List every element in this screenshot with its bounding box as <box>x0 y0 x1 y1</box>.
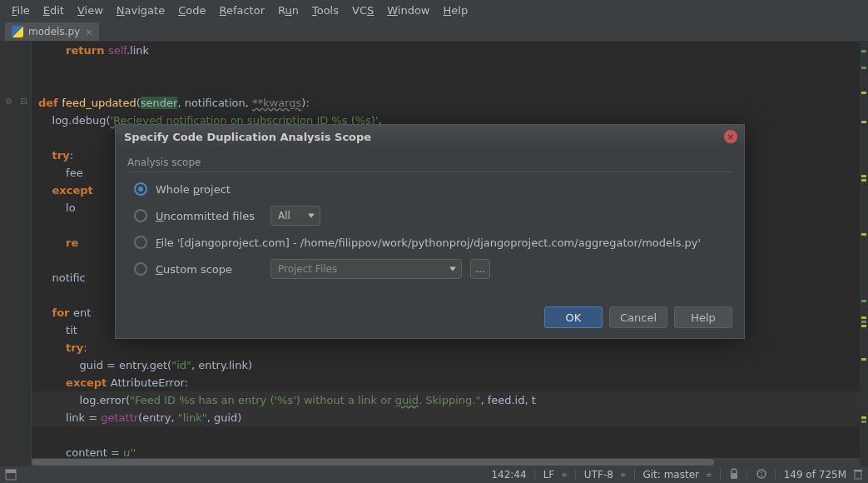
chevron-down-icon <box>308 214 315 218</box>
custom-scope-combo[interactable]: Project Files <box>270 259 462 279</box>
status-bar: 142:44 | LF ≑ | UTF-8 ≑ | Git: master ≑ … <box>0 466 868 483</box>
status-icon <box>5 469 17 481</box>
chevron-down-icon <box>449 267 456 271</box>
code-line[interactable]: link = getattr(entry, "link", guid) <box>32 409 860 426</box>
line-ending[interactable]: LF <box>543 469 555 481</box>
error-stripe-mark[interactable] <box>861 325 866 327</box>
radio-whole-project[interactable] <box>134 182 147 196</box>
svg-rect-7 <box>854 470 862 471</box>
h-scrollbar-thumb[interactable] <box>32 459 714 466</box>
tab-close-icon[interactable]: × <box>85 27 92 37</box>
close-icon[interactable]: × <box>724 130 737 143</box>
group-label: Analysis scope <box>127 157 732 172</box>
menu-edit[interactable]: Edit <box>37 2 71 18</box>
code-line[interactable]: try: <box>32 339 860 356</box>
code-line[interactable] <box>32 77 860 94</box>
code-line[interactable]: guid = entry.get("id", entry.link) <box>32 356 860 374</box>
ok-button[interactable]: OK <box>544 306 603 328</box>
menu-help[interactable]: Help <box>437 2 475 18</box>
uncommitted-combo[interactable]: All <box>270 206 320 226</box>
cancel-button[interactable]: Cancel <box>609 306 667 328</box>
error-stripe-mark[interactable] <box>861 121 866 123</box>
h-scrollbar[interactable] <box>32 458 860 466</box>
help-button[interactable]: Help <box>674 306 732 328</box>
svg-point-5 <box>761 475 762 476</box>
error-stripe-mark[interactable] <box>861 358 866 361</box>
error-stripe-mark[interactable] <box>861 233 866 236</box>
tab-label: models.py <box>28 26 80 37</box>
menubar: FileEditViewNavigateCodeRefactorRunTools… <box>0 0 868 20</box>
error-stripe-mark[interactable] <box>861 316 866 319</box>
updown-icon[interactable]: ≑ <box>561 471 568 479</box>
menu-refactor[interactable]: Refactor <box>212 2 271 18</box>
code-line[interactable] <box>32 426 860 444</box>
svg-rect-6 <box>855 471 861 479</box>
error-stripe-mark[interactable] <box>861 92 866 94</box>
code-line[interactable]: except AttributeError: <box>32 374 860 391</box>
error-stripe-mark[interactable] <box>861 321 866 323</box>
dialog-title-bar[interactable]: Specify Code Duplication Analysis Scope … <box>116 125 744 148</box>
radio-custom[interactable] <box>134 262 147 276</box>
error-stripe-mark[interactable] <box>861 416 866 419</box>
memory-indicator[interactable]: 149 of 725M <box>784 469 846 481</box>
fold-icon[interactable]: ⊟ <box>20 97 27 106</box>
svg-rect-1 <box>6 470 16 473</box>
error-stripe-mark[interactable] <box>861 300 866 302</box>
error-stripe-mark[interactable] <box>861 179 866 182</box>
radio-label: File '[djangoproject.com] - /home/filipp… <box>156 237 701 249</box>
dialog-title: Specify Code Duplication Analysis Scope <box>124 131 371 143</box>
svg-point-3 <box>757 470 766 478</box>
dialog-analysis-scope: Specify Code Duplication Analysis Scope … <box>115 124 745 339</box>
code-line[interactable]: return self.link <box>32 42 860 59</box>
updown-icon[interactable]: ≑ <box>706 471 712 479</box>
radio-label: Whole project <box>156 183 231 196</box>
svg-point-4 <box>761 471 762 473</box>
code-line[interactable] <box>32 59 860 77</box>
menu-window[interactable]: Window <box>380 2 436 18</box>
code-line[interactable]: log.error("Feed ID %s has an entry ('%s'… <box>32 391 860 409</box>
error-stripe[interactable] <box>860 42 868 466</box>
python-file-icon <box>12 26 23 37</box>
radio-label: Uncommitted files <box>156 210 262 222</box>
updown-icon[interactable]: ≑ <box>620 471 627 479</box>
menu-vcs[interactable]: VCS <box>345 2 380 18</box>
radio-file[interactable] <box>134 236 147 249</box>
caret-position: 142:44 <box>491 469 526 481</box>
menu-file[interactable]: File <box>5 2 37 18</box>
menu-view[interactable]: View <box>71 2 110 18</box>
git-branch[interactable]: Git: master <box>642 469 699 481</box>
breakpoint-gutter-icon[interactable]: ⊖ <box>5 97 12 106</box>
trash-icon[interactable] <box>853 468 863 482</box>
code-line[interactable]: def feed_updated(sender, notification, *… <box>32 94 860 112</box>
menu-run[interactable]: Run <box>271 2 305 18</box>
error-stripe-mark[interactable] <box>861 50 866 52</box>
lock-icon[interactable] <box>729 468 739 482</box>
encoding[interactable]: UTF-8 <box>584 469 613 481</box>
svg-rect-2 <box>731 473 737 479</box>
menu-code[interactable]: Code <box>171 2 212 18</box>
error-stripe-mark[interactable] <box>861 421 866 423</box>
radio-uncommitted[interactable] <box>134 209 147 222</box>
tab-bar: models.py × <box>0 20 868 42</box>
inspector-icon[interactable] <box>756 468 767 482</box>
editor-tab[interactable]: models.py × <box>5 22 99 41</box>
error-stripe-mark[interactable] <box>861 175 866 177</box>
browse-button[interactable]: … <box>470 259 490 279</box>
menu-navigate[interactable]: Navigate <box>110 2 171 18</box>
radio-label: Custom scope <box>156 263 262 276</box>
error-stripe-mark[interactable] <box>861 67 866 69</box>
gutter: ⊟⊖ <box>0 42 32 466</box>
menu-tools[interactable]: Tools <box>305 2 345 18</box>
